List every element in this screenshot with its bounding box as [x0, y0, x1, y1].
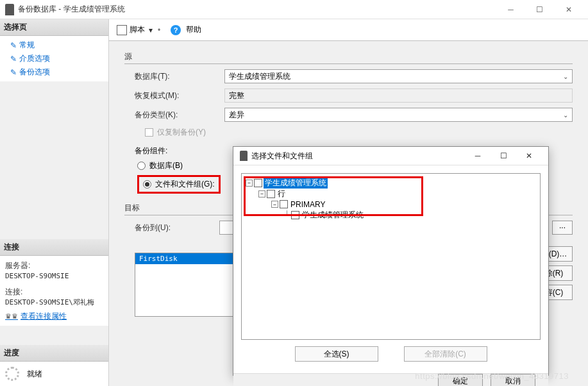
database-dropdown[interactable]: 学生成绩管理系统 ⌄: [224, 69, 573, 83]
window-title: 备份数据库 - 学生成绩管理系统: [18, 4, 496, 15]
tree-collapse-icon[interactable]: −: [246, 180, 253, 187]
chevron-down-icon: ⌄: [563, 73, 568, 80]
people-icon: ♛♛: [5, 311, 18, 322]
cancel-button[interactable]: 取消: [491, 374, 535, 386]
nav-media[interactable]: ✎介质选项: [0, 52, 108, 65]
dialog-close-button[interactable]: ✕: [516, 147, 542, 165]
server-label: 服务器:: [5, 260, 103, 271]
help-button[interactable]: 帮助: [186, 24, 201, 35]
tree-node-primary[interactable]: PRIMARY: [289, 199, 326, 210]
tree-collapse-icon[interactable]: −: [271, 201, 278, 208]
recovery-field: 完整: [224, 88, 573, 103]
chevron-down-icon: ⌄: [563, 112, 568, 119]
maximize-button[interactable]: ☐: [525, 1, 554, 19]
sidebar: 选择页 ✎常规 ✎介质选项 ✎备份选项 连接 服务器: DESKTOP-S9OM…: [0, 19, 109, 386]
tree-root[interactable]: 学生成绩管理系统: [264, 178, 328, 189]
minimize-button[interactable]: ─: [496, 1, 525, 19]
view-connection-props-link[interactable]: ♛♛查看连接属性: [5, 310, 103, 322]
titlebar: 备份数据库 - 学生成绩管理系统 ─ ☐ ✕: [0, 0, 588, 19]
browse-button[interactable]: ...: [552, 221, 573, 235]
database-icon: [240, 151, 248, 161]
clear-all-button[interactable]: 全部清除(C): [404, 346, 487, 362]
progress-status: 就绪: [27, 369, 42, 380]
ok-button[interactable]: 确定: [438, 374, 483, 386]
copy-only-checkbox[interactable]: [145, 128, 153, 137]
server-value: DESKTOP-S9OMSIE: [5, 271, 103, 282]
dialog-minimize-button[interactable]: ─: [465, 147, 491, 165]
radio-files-label: 文件和文件组(G):: [155, 179, 215, 190]
highlight-box: 文件和文件组(G):: [137, 175, 221, 194]
select-files-dialog: 选择文件和文件组 ─ ☐ ✕ − 学生成绩管理系统 − 行 − PRIMARY: [233, 146, 549, 376]
tree-checkbox[interactable]: [267, 190, 275, 198]
tree-collapse-icon[interactable]: −: [258, 190, 265, 197]
backup-to-label: 备份到(U):: [135, 222, 214, 233]
connection-header: 连接: [0, 239, 108, 256]
help-icon: ?: [171, 25, 181, 35]
radio-files[interactable]: [143, 180, 151, 189]
tree-checkbox[interactable]: [280, 200, 288, 208]
nav-backup-options[interactable]: ✎备份选项: [0, 65, 108, 79]
close-button[interactable]: ✕: [554, 1, 583, 19]
select-page-header: 选择页: [0, 19, 108, 36]
tree-checkbox[interactable]: [254, 179, 262, 187]
backup-type-dropdown[interactable]: 差异 ⌄: [224, 108, 573, 122]
select-all-button[interactable]: 全选(S): [295, 346, 378, 362]
dialog-title: 选择文件和文件组: [251, 151, 465, 162]
connection-value: DESKTOP-S9OMSIE\邓礼梅: [5, 298, 103, 308]
radio-database[interactable]: [137, 162, 146, 170]
dialog-maximize-button[interactable]: ☐: [491, 147, 516, 165]
nav-general[interactable]: ✎常规: [0, 38, 108, 52]
tree-leaf[interactable]: 学生成绩管理系统: [301, 210, 365, 221]
source-group-label: 源: [124, 51, 573, 62]
script-button[interactable]: 脚本: [130, 24, 145, 35]
toolbar: 脚本 ▾ • ? 帮助: [109, 19, 588, 41]
tree-view[interactable]: − 学生成绩管理系统 − 行 − PRIMARY └ 学生成绩管理系统: [241, 173, 541, 340]
backup-type-label: 备份类型(K):: [135, 110, 224, 121]
tree-checkbox[interactable]: [291, 211, 299, 219]
tree-node-row[interactable]: 行: [276, 189, 287, 199]
recovery-label: 恢复模式(M):: [135, 90, 224, 101]
database-label: 数据库(T):: [135, 71, 224, 82]
database-icon: [5, 4, 14, 15]
progress-header: 进度: [0, 345, 108, 362]
spinner-icon: [5, 367, 19, 381]
script-dropdown-icon[interactable]: ▾: [149, 26, 153, 35]
connection-label: 连接:: [5, 286, 103, 298]
script-icon: [117, 25, 127, 35]
copy-only-label: 仅复制备份(Y): [157, 127, 206, 138]
radio-database-label: 数据库(B): [149, 160, 183, 171]
